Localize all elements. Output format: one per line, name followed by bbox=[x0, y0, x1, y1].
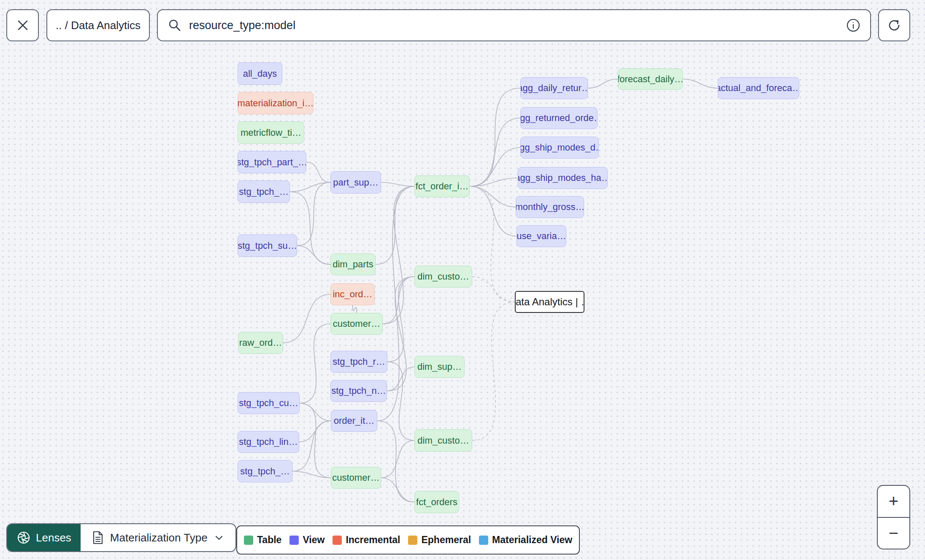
lineage-edge bbox=[297, 183, 330, 246]
zoom-in-button[interactable]: + bbox=[878, 486, 909, 518]
node-raw_ord[interactable]: raw_ord… bbox=[238, 332, 283, 354]
lineage-edge bbox=[353, 305, 357, 313]
lineage-edge bbox=[377, 421, 414, 502]
legend-label: Table bbox=[257, 534, 281, 546]
node-order_it[interactable]: order_it… bbox=[331, 410, 377, 432]
legend-swatch bbox=[333, 536, 342, 545]
breadcrumb-label: .. / Data Analytics bbox=[56, 19, 141, 32]
node-forecast[interactable]: forecast_daily… bbox=[618, 68, 683, 90]
node-all_days[interactable]: all_days bbox=[238, 62, 282, 85]
node-stg_b[interactable]: stg_tpch_… bbox=[238, 460, 292, 482]
chevron-down-icon bbox=[214, 532, 224, 543]
lineage-edge bbox=[381, 183, 414, 187]
lineage-edge bbox=[472, 302, 515, 441]
close-button[interactable] bbox=[6, 9, 39, 41]
lineage-edge bbox=[306, 162, 330, 183]
legend-label: View bbox=[303, 534, 325, 546]
aperture-icon bbox=[16, 530, 31, 545]
lineage-edge bbox=[470, 186, 516, 207]
lineage-edge bbox=[297, 246, 330, 265]
lineage-edge bbox=[381, 441, 414, 478]
search-input[interactable] bbox=[189, 19, 839, 32]
lineage-edge bbox=[387, 277, 414, 391]
node-stg_a[interactable]: stg_tpch_… bbox=[238, 180, 290, 203]
search-icon bbox=[167, 18, 182, 33]
lineage-edge bbox=[470, 88, 520, 186]
plus-icon: + bbox=[889, 492, 898, 511]
legend-label: Incremental bbox=[346, 534, 400, 546]
lineage-edge bbox=[387, 367, 414, 391]
legend-swatch bbox=[479, 536, 488, 545]
lineage-canvas[interactable]: all_daysmaterialization_i…metricflow_ti…… bbox=[0, 0, 925, 560]
legend-item: Table bbox=[244, 534, 281, 546]
lineage-edge bbox=[387, 277, 414, 362]
legend-swatch bbox=[244, 536, 253, 545]
close-icon bbox=[16, 18, 30, 32]
lineage-edge bbox=[381, 478, 414, 502]
lens-selector-label: Materialization Type bbox=[110, 531, 208, 544]
node-customer_a[interactable]: customer… bbox=[330, 313, 383, 335]
legend-item: Incremental bbox=[333, 534, 400, 546]
lens-selector[interactable]: Materialization Type bbox=[81, 524, 235, 551]
legend-item: Materialized View bbox=[479, 534, 572, 546]
node-monthly[interactable]: monthly_gross… bbox=[516, 196, 584, 218]
refresh-button[interactable] bbox=[878, 9, 910, 41]
node-metricflow[interactable]: metricflow_ti… bbox=[238, 121, 304, 144]
node-agg_returned[interactable]: agg_returned_orde… bbox=[520, 107, 598, 129]
legend: TableViewIncrementalEphemeralMaterialize… bbox=[236, 525, 580, 555]
node-dim_custo_a[interactable]: dim_custo… bbox=[414, 266, 472, 288]
lineage-edge bbox=[588, 79, 618, 89]
legend-label: Ephemeral bbox=[421, 534, 471, 546]
node-stg_cu[interactable]: stg_tpch_cu… bbox=[238, 392, 300, 414]
info-icon[interactable] bbox=[846, 18, 861, 33]
node-dim_sup[interactable]: dim_sup… bbox=[414, 356, 465, 378]
lineage-edge bbox=[387, 362, 414, 441]
node-dim_custo_b[interactable]: dim_custo… bbox=[414, 429, 472, 452]
node-customer_b[interactable]: customer… bbox=[331, 467, 381, 489]
search-bar[interactable] bbox=[157, 9, 871, 41]
node-agg_ship_d[interactable]: agg_ship_modes_d… bbox=[520, 137, 599, 159]
lineage-edge bbox=[470, 186, 515, 302]
legend-label: Materialized View bbox=[492, 534, 572, 546]
legend-item: View bbox=[289, 534, 325, 546]
lineage-edge bbox=[290, 183, 330, 192]
legend-swatch bbox=[289, 536, 299, 545]
node-agg_ship_ha[interactable]: agg_ship_modes_ha… bbox=[518, 167, 608, 189]
node-dim_parts[interactable]: dim_parts bbox=[330, 253, 376, 275]
breadcrumb[interactable]: .. / Data Analytics bbox=[46, 9, 150, 41]
node-part_sup[interactable]: part_sup… bbox=[330, 171, 381, 194]
node-stg_lin[interactable]: stg_tpch_lin… bbox=[238, 431, 299, 453]
lens-pill: Lenses Materialization Type bbox=[6, 523, 236, 552]
refresh-icon bbox=[886, 17, 902, 33]
node-agg_daily[interactable]: agg_daily_retur… bbox=[520, 77, 588, 99]
node-exposure[interactable]: Data Analytics | … bbox=[515, 291, 584, 313]
document-icon bbox=[92, 530, 104, 545]
lenses-label: Lenses bbox=[36, 531, 71, 544]
zoom-controls: + − bbox=[877, 485, 910, 549]
lineage-edge bbox=[376, 186, 414, 264]
node-stg_part[interactable]: stg_tpch_part_… bbox=[238, 151, 306, 173]
minus-icon: − bbox=[889, 524, 898, 543]
lineage-edge bbox=[283, 294, 330, 343]
node-stg_su[interactable]: stg_tpch_su… bbox=[238, 234, 297, 257]
lineage-edge bbox=[300, 324, 330, 403]
node-actual[interactable]: actual_and_foreca… bbox=[718, 77, 799, 99]
zoom-out-button[interactable]: − bbox=[878, 518, 909, 549]
lineage-edge bbox=[683, 79, 718, 89]
lineage-edge bbox=[472, 277, 515, 302]
node-inc_ord[interactable]: inc_ord… bbox=[330, 283, 375, 305]
node-stg_n[interactable]: stg_tpch_n… bbox=[330, 380, 387, 402]
node-materialization[interactable]: materialization_i… bbox=[238, 92, 314, 114]
node-stg_r[interactable]: stg_tpch_r… bbox=[330, 351, 387, 373]
node-fct_order_items[interactable]: fct_order_i… bbox=[414, 175, 470, 197]
lenses-button[interactable]: Lenses bbox=[7, 524, 81, 551]
legend-item: Ephemeral bbox=[408, 534, 471, 546]
node-fct_orders[interactable]: fct_orders bbox=[414, 491, 459, 513]
node-use_varia[interactable]: use_varia… bbox=[517, 225, 566, 247]
legend-swatch bbox=[408, 536, 417, 545]
